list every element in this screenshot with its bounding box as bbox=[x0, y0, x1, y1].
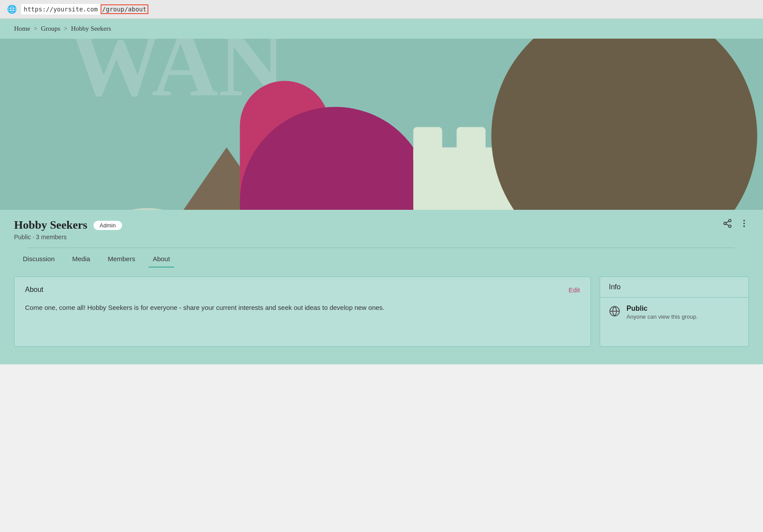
url-prefix: https://yoursite.com bbox=[21, 4, 101, 14]
tab-media[interactable]: Media bbox=[64, 248, 99, 268]
svg-point-19 bbox=[743, 223, 745, 224]
tab-members[interactable]: Members bbox=[99, 248, 144, 268]
tab-about[interactable]: About bbox=[144, 248, 179, 268]
svg-line-17 bbox=[726, 221, 729, 223]
browser-bar: 🌐 https://yoursite.com/group/about bbox=[0, 0, 763, 19]
breadcrumb-current: Hobby Seekers bbox=[71, 25, 111, 32]
info-public-details: Public Anyone can view this group. bbox=[626, 305, 698, 320]
about-card-header: About Edit bbox=[25, 286, 580, 294]
about-card-title: About bbox=[25, 286, 43, 294]
svg-point-20 bbox=[743, 226, 745, 227]
public-globe-icon bbox=[609, 306, 620, 320]
group-info-bar: Hobby Seekers Admin Public · 3 members bbox=[0, 210, 763, 248]
tab-discussion[interactable]: Discussion bbox=[14, 248, 64, 268]
main-content: About Edit Come one, come all! Hobby See… bbox=[0, 268, 763, 364]
info-public-desc: Anyone can view this group. bbox=[626, 313, 698, 320]
about-description: Come one, come all! Hobby Seekers is for… bbox=[25, 302, 580, 313]
tabs-bar: Discussion Media Members About bbox=[0, 248, 763, 268]
group-actions bbox=[723, 219, 749, 230]
edit-link[interactable]: Edit bbox=[569, 286, 580, 294]
breadcrumb-separator-1: > bbox=[34, 25, 37, 32]
about-card: About Edit Come one, come all! Hobby See… bbox=[14, 277, 591, 347]
more-options-icon[interactable] bbox=[739, 219, 749, 230]
svg-rect-9 bbox=[413, 127, 442, 162]
group-header-row: Hobby Seekers Admin bbox=[14, 219, 749, 232]
info-public-title: Public bbox=[626, 305, 698, 313]
url-path-highlight: /group/about bbox=[101, 4, 148, 14]
group-meta: Public · 3 members bbox=[14, 234, 749, 241]
info-card: Info Public Anyone can view this group. bbox=[600, 277, 749, 347]
breadcrumb-groups[interactable]: Groups bbox=[41, 25, 60, 32]
breadcrumb: Home > Groups > Hobby Seekers bbox=[0, 19, 763, 39]
url-display: https://yoursite.com/group/about bbox=[21, 5, 148, 13]
breadcrumb-home[interactable]: Home bbox=[14, 25, 30, 32]
group-title: Hobby Seekers bbox=[14, 219, 87, 232]
svg-line-16 bbox=[726, 224, 729, 226]
svg-point-18 bbox=[743, 220, 745, 222]
hero-image: WAN bbox=[0, 39, 763, 210]
admin-badge: Admin bbox=[94, 221, 122, 230]
breadcrumb-separator-2: > bbox=[64, 25, 67, 32]
info-card-header: Info bbox=[600, 277, 749, 298]
browser-globe-icon: 🌐 bbox=[7, 4, 17, 14]
svg-rect-10 bbox=[457, 127, 486, 162]
svg-point-12 bbox=[491, 39, 757, 210]
info-card-body: Public Anyone can view this group. bbox=[600, 298, 749, 327]
share-icon[interactable] bbox=[723, 219, 732, 230]
